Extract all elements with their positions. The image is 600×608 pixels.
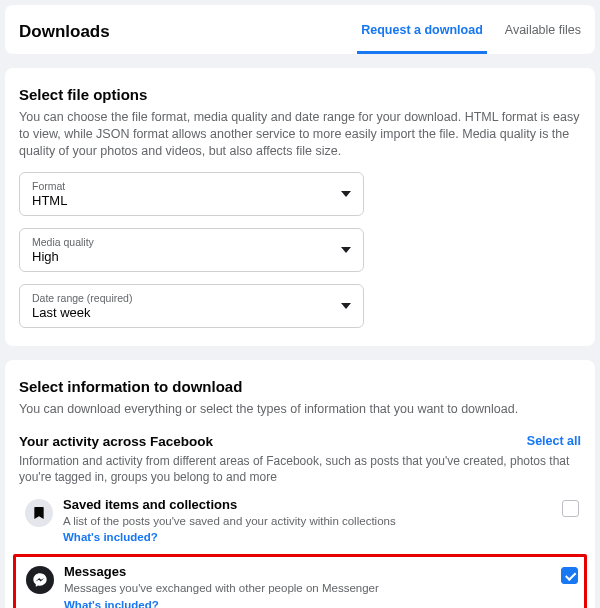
item-sub: A list of the posts you've saved and you… [63, 514, 554, 528]
tab-available-files[interactable]: Available files [501, 9, 585, 54]
file-options-desc: You can choose the file format, media qu… [19, 109, 581, 160]
chevron-down-icon [341, 247, 351, 253]
page-title: Downloads [15, 12, 114, 52]
date-range-value: Last week [32, 305, 132, 320]
messenger-icon [26, 566, 54, 594]
select-all-link[interactable]: Select all [527, 434, 581, 448]
info-heading: Select information to download [19, 378, 581, 395]
bookmark-icon [25, 499, 53, 527]
media-quality-select[interactable]: Media quality High [19, 228, 364, 272]
format-label: Format [32, 180, 67, 192]
item-checkbox[interactable] [562, 500, 579, 517]
item-saved: Saved items and collections A list of th… [19, 489, 581, 551]
whats-included-link[interactable]: What's included? [63, 531, 554, 543]
format-select[interactable]: Format HTML [19, 172, 364, 216]
tabs: Request a download Available files [357, 9, 585, 54]
media-quality-label: Media quality [32, 236, 94, 248]
item-title: Saved items and collections [63, 497, 554, 512]
file-options-heading: Select file options [19, 86, 581, 103]
date-range-label: Date range (required) [32, 292, 132, 304]
item-checkbox[interactable] [561, 567, 578, 584]
item-title: Messages [64, 564, 553, 579]
whats-included-link[interactable]: What's included? [64, 599, 553, 608]
highlight-box: Messages Messages you've exchanged with … [13, 554, 587, 608]
chevron-down-icon [341, 191, 351, 197]
format-value: HTML [32, 193, 67, 208]
date-range-select[interactable]: Date range (required) Last week [19, 284, 364, 328]
info-section: Select information to download You can d… [5, 360, 595, 608]
item-sub: Messages you've exchanged with other peo… [64, 581, 553, 595]
info-desc: You can download everything or select th… [19, 401, 581, 418]
page-header: Downloads Request a download Available f… [5, 5, 595, 54]
chevron-down-icon [341, 303, 351, 309]
tab-request-download[interactable]: Request a download [357, 9, 487, 54]
activity-heading: Your activity across Facebook [19, 434, 213, 449]
media-quality-value: High [32, 249, 94, 264]
item-messages: Messages Messages you've exchanged with … [22, 562, 578, 608]
file-options-section: Select file options You can choose the f… [5, 68, 595, 346]
activity-desc: Information and activity from different … [19, 453, 581, 485]
